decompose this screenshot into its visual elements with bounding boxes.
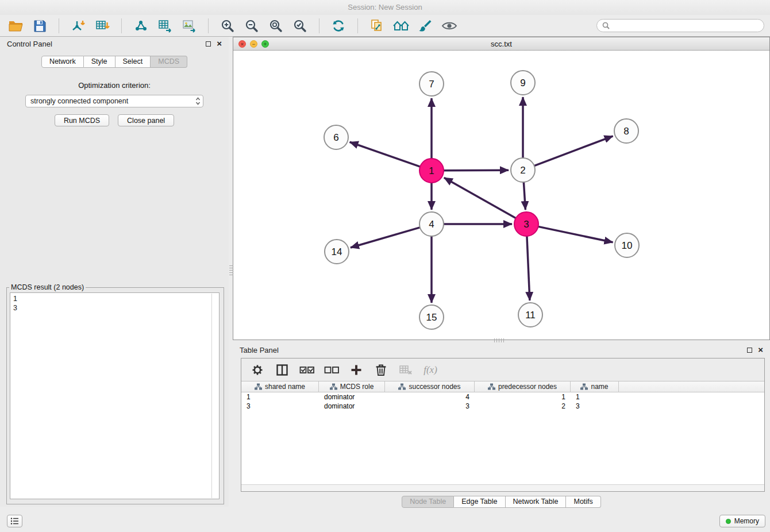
export-table-icon xyxy=(157,18,172,33)
zoom-fit-button[interactable] xyxy=(266,17,286,34)
network-overview-button[interactable] xyxy=(391,17,411,34)
column-header-shared-name[interactable]: shared name xyxy=(241,381,319,392)
import-network-icon xyxy=(71,18,86,33)
apply-layout-button[interactable] xyxy=(329,17,348,34)
equation-builder-icon: f(x) xyxy=(424,364,437,376)
tab-node-table[interactable]: Node Table xyxy=(402,496,454,508)
search-box[interactable] xyxy=(596,19,764,32)
zoom-window-icon[interactable]: + xyxy=(261,40,269,48)
import-table-icon xyxy=(95,18,110,33)
mcds-result-item[interactable]: 1 xyxy=(13,294,216,303)
tab-network[interactable]: Network xyxy=(41,56,84,68)
open-file-button[interactable] xyxy=(6,17,25,34)
node-3[interactable]: 3 xyxy=(514,212,538,236)
edge-4-14[interactable] xyxy=(351,228,420,248)
edge-1-2[interactable] xyxy=(444,170,509,171)
node-9[interactable]: 9 xyxy=(511,71,535,95)
table-settings-button[interactable] xyxy=(249,362,265,378)
save-session-button[interactable] xyxy=(30,17,49,34)
close-table-panel-icon[interactable]: × xyxy=(758,346,763,353)
table-row[interactable]: 3dominator323 xyxy=(241,402,764,411)
network-canvas[interactable]: 7968124314101511 xyxy=(233,51,769,340)
edge-3-10[interactable] xyxy=(538,226,613,242)
toggle-graphics-details-icon xyxy=(441,20,457,32)
open-file-icon xyxy=(8,19,24,33)
memory-button[interactable]: Memory xyxy=(719,515,765,527)
minimize-window-icon[interactable]: − xyxy=(250,40,257,48)
import-network-button[interactable] xyxy=(68,17,88,34)
float-panel-icon[interactable] xyxy=(206,41,211,47)
create-column-button[interactable] xyxy=(348,362,364,378)
mcds-result-list[interactable]: 13 xyxy=(10,292,220,499)
zoom-in-button[interactable] xyxy=(218,17,237,34)
tab-edge-table[interactable]: Edge Table xyxy=(454,496,505,508)
edge-3-11[interactable] xyxy=(527,236,530,300)
copy-view-icon xyxy=(369,18,384,33)
node-label: 3 xyxy=(523,219,529,230)
run-mcds-button[interactable]: Run MCDS xyxy=(55,114,109,126)
edge-3-1[interactable] xyxy=(444,178,516,218)
column-label: shared name xyxy=(265,383,305,391)
network-view-window[interactable]: × − + scc.txt 7968124314101511 xyxy=(233,37,770,340)
node-2[interactable]: 2 xyxy=(511,158,535,182)
export-table-button[interactable] xyxy=(155,17,175,34)
close-window-icon[interactable]: × xyxy=(238,40,246,48)
splitter-grip-vertical[interactable] xyxy=(229,265,233,276)
edge-1-6[interactable] xyxy=(350,142,421,167)
zoom-selected-button[interactable] xyxy=(290,17,310,34)
node-4[interactable]: 4 xyxy=(419,212,444,236)
node-14[interactable]: 14 xyxy=(325,240,349,264)
export-image-button[interactable] xyxy=(179,17,199,34)
toolbar-separator xyxy=(121,18,122,33)
tab-motifs[interactable]: Motifs xyxy=(566,496,600,508)
window-titlebar[interactable]: Session: New Session xyxy=(0,0,770,15)
node-11[interactable]: 11 xyxy=(518,303,542,327)
node-7[interactable]: 7 xyxy=(419,72,444,96)
node-15[interactable]: 15 xyxy=(419,305,444,329)
close-panel-button[interactable]: Close panel xyxy=(118,114,174,126)
tab-network-table[interactable]: Network Table xyxy=(506,496,567,508)
memory-button-label: Memory xyxy=(734,517,759,525)
edge-2-3[interactable] xyxy=(523,182,525,210)
toolbar-separator xyxy=(319,18,319,33)
node-6[interactable]: 6 xyxy=(324,125,348,149)
node-8[interactable]: 8 xyxy=(614,119,638,143)
zoom-out-button[interactable] xyxy=(242,17,261,34)
tab-mcds[interactable]: MCDS xyxy=(151,56,187,68)
tab-style[interactable]: Style xyxy=(84,56,116,68)
search-input[interactable] xyxy=(613,22,759,30)
close-panel-icon[interactable]: × xyxy=(217,40,222,47)
node-label: 8 xyxy=(623,126,629,137)
delete-columns-button[interactable] xyxy=(373,362,389,378)
cell-MCDS-role: dominator xyxy=(319,392,385,402)
toggle-graphics-details-button[interactable] xyxy=(440,17,459,34)
table-panel-tabs: Node TableEdge TableNetwork TableMotifs xyxy=(233,496,770,508)
column-header-name[interactable]: name xyxy=(571,381,619,392)
float-table-panel-icon[interactable] xyxy=(747,348,752,353)
panel-menu-button[interactable] xyxy=(7,515,22,527)
column-header-successor-nodes[interactable]: successor nodes xyxy=(385,381,475,392)
select-all-checkboxes-button[interactable] xyxy=(299,362,315,378)
column-label: MCDS role xyxy=(340,383,374,391)
mcds-result-item[interactable]: 3 xyxy=(13,303,216,313)
control-panel: Control Panel × NetworkStyleSelectMCDS O… xyxy=(0,37,229,507)
import-table-button[interactable] xyxy=(93,17,112,34)
equation-builder-button: f(x) xyxy=(422,362,438,378)
node-10[interactable]: 10 xyxy=(615,233,639,257)
network-window-titlebar[interactable]: × − + scc.txt xyxy=(233,37,769,51)
tab-select[interactable]: Select xyxy=(116,56,151,68)
new-network-button[interactable] xyxy=(131,17,151,34)
table-horizontal-scrollbar[interactable] xyxy=(241,484,764,491)
edge-2-8[interactable] xyxy=(534,136,613,166)
toggle-column-display-button[interactable] xyxy=(274,362,290,378)
node-1[interactable]: 1 xyxy=(419,159,444,183)
deselect-all-checkboxes-button[interactable] xyxy=(324,362,340,378)
control-panel-tabs: NetworkStyleSelectMCDS xyxy=(0,56,229,68)
optimization-criterion-dropdown[interactable]: strongly connected component xyxy=(25,95,203,107)
paint-style-button[interactable] xyxy=(415,17,435,34)
splitter-grip-horizontal[interactable] xyxy=(494,338,505,342)
column-header-predecessor-nodes[interactable]: predecessor nodes xyxy=(475,381,571,392)
table-row[interactable]: 1dominator411 xyxy=(241,392,764,402)
copy-view-button[interactable] xyxy=(367,17,387,34)
column-header-MCDS-role[interactable]: MCDS role xyxy=(319,381,385,392)
